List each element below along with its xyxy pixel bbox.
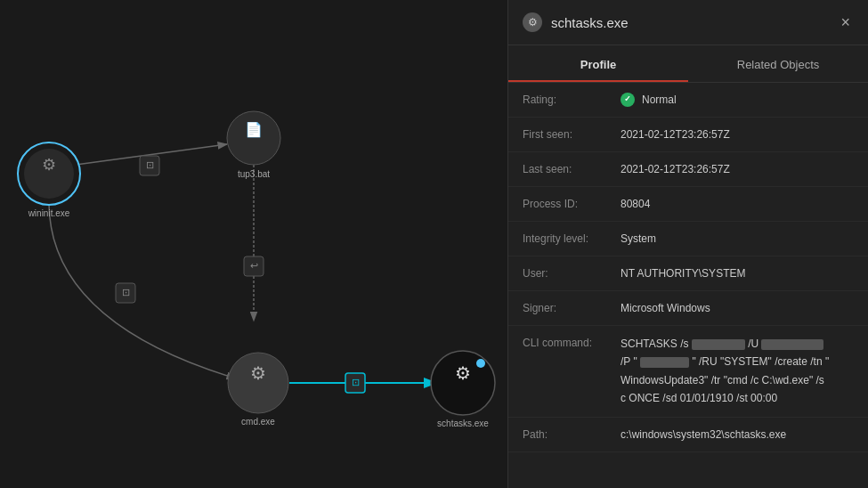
rating-label: Rating: — [523, 92, 621, 106]
redacted-1 — [692, 339, 745, 350]
tab-related-objects[interactable]: Related Objects — [688, 45, 868, 82]
process-id-label: Process ID: — [523, 196, 621, 210]
svg-text:schtasks.exe: schtasks.exe — [437, 419, 489, 428]
svg-text:⚙: ⚙ — [42, 156, 56, 174]
cli-row: CLI command: SCHTASKS /s /U /P " " /RU "… — [508, 326, 868, 418]
graph-panel: ⊡ ⊡ ↩ ⊡ ⚙ wininit.exe 📄 tu — [0, 0, 507, 488]
signer-value: Microsoft Windows — [621, 300, 854, 316]
last-seen-label: Last seen: — [523, 161, 621, 175]
process-id-value: 80804 — [621, 196, 854, 212]
redacted-3 — [640, 357, 689, 368]
close-button[interactable]: × — [837, 12, 854, 32]
path-row: Path: c:\windows\system32\schtasks.exe — [508, 418, 868, 452]
svg-text:↩: ↩ — [250, 260, 258, 271]
cli-value: SCHTASKS /s /U /P " " /RU "SYSTEM" /crea… — [621, 335, 854, 408]
tab-profile[interactable]: Profile — [508, 45, 688, 82]
cli-label: CLI command: — [523, 335, 621, 349]
svg-point-21 — [228, 353, 288, 413]
integrity-label: Integrity level: — [523, 231, 621, 245]
path-value: c:\windows\system32\schtasks.exe — [621, 427, 854, 443]
svg-text:wininit.exe: wininit.exe — [28, 208, 70, 218]
integrity-row: Integrity level: System — [508, 222, 868, 256]
user-label: User: — [523, 265, 621, 280]
first-seen-row: First seen: 2021-02-12T23:26:57Z — [508, 118, 868, 152]
profile-content: Rating: Normal First seen: 2021-02-12T23… — [508, 83, 868, 488]
svg-text:⚙: ⚙ — [455, 363, 471, 383]
tabs-container: Profile Related Objects — [508, 45, 868, 83]
svg-text:⊡: ⊡ — [122, 287, 130, 297]
svg-point-24 — [431, 351, 495, 415]
last-seen-value: 2021-02-12T23:26:57Z — [621, 161, 854, 177]
svg-point-18 — [227, 111, 280, 165]
rating-indicator — [621, 93, 635, 107]
svg-text:tup3.bat: tup3.bat — [238, 169, 270, 179]
rating-group: Normal — [621, 92, 854, 108]
rating-value: Normal — [621, 92, 854, 108]
user-row: User: NT AUTHORITY\SYSTEM — [508, 256, 868, 291]
svg-text:⊡: ⊡ — [352, 377, 360, 387]
panel-title: schtasks.exe — [551, 15, 629, 30]
integrity-value: System — [621, 231, 854, 247]
svg-text:⊡: ⊡ — [146, 159, 154, 170]
process-icon: ⚙ — [523, 12, 542, 32]
last-seen-row: Last seen: 2021-02-12T23:26:57Z — [508, 152, 868, 187]
svg-text:⚙: ⚙ — [250, 363, 266, 383]
panel-header: ⚙ schtasks.exe × — [508, 0, 868, 45]
user-value: NT AUTHORITY\SYSTEM — [621, 265, 854, 281]
profile-panel: ⚙ schtasks.exe × Profile Related Objects… — [507, 0, 868, 488]
path-label: Path: — [523, 427, 621, 441]
signer-row: Signer: Microsoft Windows — [508, 291, 868, 326]
signer-label: Signer: — [523, 300, 621, 314]
svg-text:📄: 📄 — [245, 121, 263, 138]
svg-point-26 — [476, 359, 485, 368]
redacted-2 — [761, 339, 823, 350]
rating-row: Rating: Normal — [508, 83, 868, 118]
process-id-row: Process ID: 80804 — [508, 187, 868, 222]
svg-text:cmd.exe: cmd.exe — [241, 417, 275, 427]
title-group: ⚙ schtasks.exe — [523, 12, 629, 32]
first-seen-label: First seen: — [523, 126, 621, 141]
first-seen-value: 2021-02-12T23:26:57Z — [621, 126, 854, 142]
